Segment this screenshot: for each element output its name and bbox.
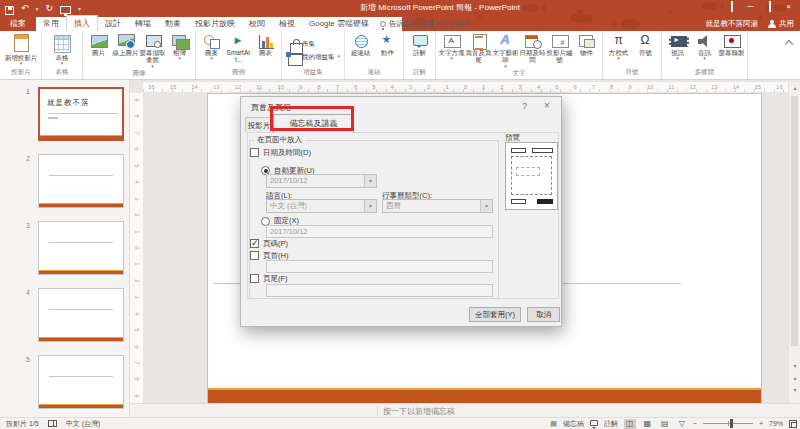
ribbon-button-picture[interactable]: 圖片 [85, 32, 112, 56]
ribbon-button-equation[interactable]: 方程式▾ [605, 32, 632, 60]
action-icon [378, 33, 398, 48]
page-number-checkbox[interactable] [250, 239, 259, 248]
ribbon-button-screen-recording[interactable]: 螢幕錄製 [718, 32, 745, 56]
slide-thumbnail-4[interactable] [38, 288, 124, 342]
normal-view-icon[interactable]: ◫ [624, 419, 636, 429]
tab-1[interactable]: 常用 [36, 16, 66, 31]
slide-thumbnail-1[interactable]: 就是教不落 [38, 87, 124, 141]
ribbon-button-wordart[interactable]: 文字藝術師▾ [492, 32, 519, 68]
ribbon-button-object[interactable]: 物件 [573, 32, 600, 56]
ribbon-button-new-slide[interactable]: 新增投影片▾ [3, 32, 39, 65]
ribbon-button-smartart[interactable]: SmartArt... [225, 32, 252, 64]
qat-customize-icon[interactable]: ▾ [78, 5, 81, 12]
ruler-mark: 14 [191, 82, 198, 92]
language-dropdown[interactable]: 中文 (台灣) ▾ [266, 199, 377, 213]
dialog-close-icon[interactable]: × [544, 100, 550, 111]
footer-input[interactable] [266, 284, 493, 297]
tab-7[interactable]: 校閱 [242, 16, 272, 31]
cancel-button[interactable]: 取消 [527, 307, 560, 322]
ribbon-button-table[interactable]: 表格▾ [44, 32, 80, 65]
scrollbar-thumb[interactable] [791, 96, 798, 346]
share-button[interactable]: 共用 [768, 19, 794, 29]
comments-toggle[interactable]: 註解 [604, 419, 618, 429]
redo-icon[interactable]: ↻ [46, 1, 54, 16]
footer-checkbox[interactable] [250, 274, 259, 283]
next-slide-button[interactable]: ▾ [789, 386, 800, 394]
fit-to-window-icon[interactable] [789, 420, 797, 428]
slide-thumbnail-2[interactable] [38, 154, 124, 208]
ribbon-button-action[interactable]: 動作 [374, 32, 401, 56]
footer-label[interactable]: 頁尾(F) [263, 274, 288, 284]
header-input[interactable] [266, 260, 493, 273]
ribbon-group-label: 增益集 [284, 67, 342, 79]
close-button[interactable]: × [779, 0, 798, 13]
ribbon-display-options-button[interactable] [722, 0, 741, 13]
thumbnail-line [49, 376, 113, 377]
ribbon-button-datetime[interactable]: 日期及時間 [519, 32, 546, 64]
date-time-label[interactable]: 日期及時間(D) [263, 148, 311, 158]
save-icon[interactable] [5, 6, 14, 15]
dialog-help-icon[interactable]: ? [522, 101, 527, 111]
notes-pane[interactable]: 按一下以新增備忘稿 [130, 403, 800, 417]
ruler-mark: 4 [537, 82, 540, 92]
ribbon-button-hyperlink[interactable]: 超連結 [347, 32, 374, 56]
reading-view-icon[interactable]: ▤ [659, 419, 671, 429]
slideshow-view-icon[interactable]: ▽ [677, 419, 687, 429]
tab-6[interactable]: 投影片放映 [188, 16, 242, 31]
scroll-down-icon[interactable]: ▾ [789, 362, 800, 370]
ruler-mark: 4 [134, 181, 140, 184]
ribbon-button-store[interactable]: 市集 [284, 38, 317, 49]
scroll-up-icon[interactable]: ▴ [789, 84, 800, 92]
spellcheck-icon[interactable] [48, 420, 57, 427]
zoom-slider[interactable] [703, 423, 753, 424]
undo-icon[interactable]: ↶ [21, 1, 29, 16]
ribbon-button-chart[interactable]: 圖表 [252, 32, 279, 56]
ribbon-button-symbol[interactable]: 符號 [632, 32, 659, 56]
header-checkbox[interactable] [250, 251, 259, 260]
tab-4[interactable]: 轉場 [128, 16, 158, 31]
fixed-date-input[interactable]: 2017/10/12 [266, 225, 493, 238]
maximize-button[interactable] [760, 0, 779, 13]
date-time-checkbox[interactable] [250, 148, 259, 157]
ribbon-button-screenshot[interactable]: 螢幕擷取畫面▾ [139, 32, 166, 68]
tab-3[interactable]: 設計 [98, 16, 128, 31]
undo-dropdown-icon[interactable]: ▾ [36, 5, 39, 12]
ribbon-button-comment[interactable]: 註解 [406, 32, 433, 56]
tab-2[interactable]: 插入 [66, 15, 98, 31]
ribbon-button-online-picture[interactable]: 線上圖片 [112, 32, 139, 56]
auto-date-dropdown[interactable]: 2017/10/12 ▾ [266, 174, 377, 188]
ribbon-button-audio[interactable]: 音訊▾ [691, 32, 718, 60]
notes-placeholder[interactable]: 按一下以新增備忘稿 [383, 406, 455, 417]
vertical-scrollbar[interactable]: ▴ ▾ ▴ ▾ [788, 82, 800, 403]
page-number-label[interactable]: 頁碼(P) [263, 239, 288, 249]
zoom-slider-handle[interactable] [730, 419, 733, 428]
language-indicator[interactable]: 中文 (台灣) [66, 419, 101, 429]
notes-toggle[interactable]: 備忘稿 [563, 419, 584, 429]
ribbon-button-photo-album[interactable]: 相簿▾ [166, 32, 193, 60]
ruler-mark: 11 [256, 82, 262, 92]
minimize-button[interactable]: ─ [741, 0, 760, 13]
dropdown-caret-icon: ▾ [198, 56, 225, 60]
zoom-in-icon[interactable]: + [759, 420, 763, 427]
slide-sorter-view-icon[interactable]: ▦ [642, 419, 654, 429]
tab-9[interactable]: Google 雲端硬碟 [302, 16, 376, 31]
zoom-level[interactable]: 79% [769, 420, 783, 427]
ribbon-button-header-footer[interactable]: 頁首及頁尾 [465, 32, 492, 64]
dialog-tab-slides[interactable]: 投影片 [245, 117, 273, 132]
calendar-type-dropdown[interactable]: 西曆 ▾ [382, 199, 493, 213]
start-slideshow-icon[interactable] [60, 6, 71, 14]
ribbon-button-slide-number[interactable]: 投影片編號 [546, 32, 573, 64]
ribbon-button-video[interactable]: 視訊▾ [664, 32, 691, 60]
ribbon-button-textbox[interactable]: 文字方塊▾ [438, 32, 465, 60]
previous-slide-button[interactable]: ▴ [789, 374, 800, 382]
ribbon-button-my-addins[interactable]: 我的增益集▾ [284, 51, 342, 62]
ribbon-button-shapes[interactable]: 圖案▾ [198, 32, 225, 60]
zoom-out-icon[interactable]: − [693, 420, 697, 427]
tab-0[interactable]: 檔案 [0, 16, 36, 31]
tab-8[interactable]: 檢視 [272, 16, 302, 31]
slide-thumbnail-5[interactable] [38, 355, 124, 409]
ruler-mark: 15 [170, 82, 177, 92]
apply-to-all-button[interactable]: 全部套用(Y) [469, 307, 521, 322]
slide-thumbnail-3[interactable] [38, 221, 124, 275]
tab-5[interactable]: 動畫 [158, 16, 188, 31]
